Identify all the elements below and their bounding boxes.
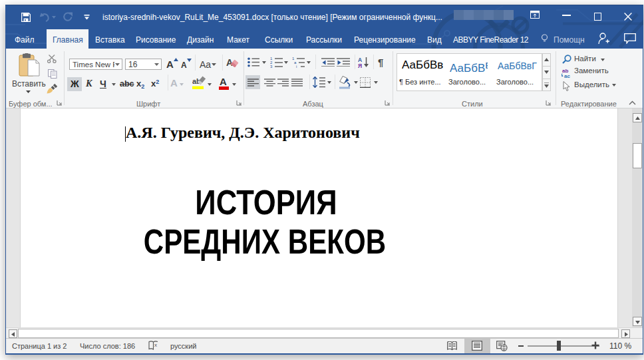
svg-text:i: i xyxy=(296,65,297,68)
svg-text:Я: Я xyxy=(358,63,362,68)
svg-text:ac: ac xyxy=(564,73,570,79)
svg-text:3: 3 xyxy=(270,65,273,68)
svg-text:x: x xyxy=(154,342,157,348)
svg-text:A: A xyxy=(226,57,233,68)
